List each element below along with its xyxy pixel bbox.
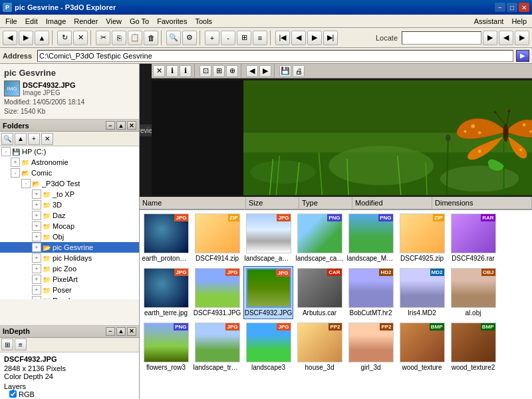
file-item[interactable]: JPGlandscape_trees <box>192 321 242 374</box>
preview-info-btn[interactable]: ℹ <box>166 65 178 77</box>
tree-expander[interactable]: + <box>32 232 41 241</box>
toolbar-forward[interactable]: ▶ <box>19 31 33 45</box>
col-header-dimensions[interactable]: Dimensions <box>432 197 532 209</box>
file-grid[interactable]: JPGearth_protonaurora_image_big.jpegZIPD… <box>140 210 532 399</box>
preview-prev-btn[interactable]: ◀ <box>246 65 258 77</box>
tree-expander[interactable]: + <box>32 190 41 199</box>
locate-input[interactable] <box>402 31 481 45</box>
tree-item-3d[interactable]: + 📁 3D <box>0 200 139 210</box>
file-item[interactable]: JPGDSCF4932.JPG <box>243 266 293 319</box>
toolbar-nav4[interactable]: ▶| <box>323 31 338 45</box>
tree-item-obj[interactable]: + 📁 Obj <box>0 231 139 242</box>
preview-info2-btn[interactable]: ℹ <box>180 65 192 77</box>
toolbar-view1[interactable]: ⊞ <box>237 31 251 45</box>
locate-next[interactable]: ▶ <box>515 31 529 45</box>
preview-next-btn[interactable]: ▶ <box>259 65 271 77</box>
toolbar-nav3[interactable]: ▶ <box>307 31 322 45</box>
tree-item-pic-holidays[interactable]: + 📁 pic Holidays <box>0 253 139 263</box>
indepth-view-btn[interactable]: ⊞ <box>1 338 13 350</box>
file-item[interactable]: BMPwood_texture2 <box>448 321 498 374</box>
tree-expander[interactable]: + <box>32 243 41 252</box>
toolbar-refresh[interactable]: ↻ <box>57 31 72 45</box>
tree-item-toxp[interactable]: + 📁 _to XP <box>0 189 139 200</box>
toolbar-up[interactable]: ▲ <box>35 31 49 45</box>
preview-print-btn[interactable]: 🖨 <box>293 65 305 77</box>
toolbar-zoom-out[interactable]: - <box>221 31 235 45</box>
tree-item-renderware[interactable]: + 📁 Renderware <box>0 295 139 299</box>
folders-collapse-btn[interactable]: − <box>106 121 115 130</box>
indepth-close-btn[interactable]: ✕ <box>127 327 136 336</box>
toolbar-settings[interactable]: ⚙ <box>182 31 197 45</box>
tree-expander[interactable]: + <box>32 200 41 209</box>
file-item[interactable]: PNGlandscape_canary_la palma.png <box>295 211 344 265</box>
menu-file[interactable]: File <box>1 15 21 27</box>
col-header-type[interactable]: Type <box>299 197 352 209</box>
folders-expand-btn[interactable]: ▲ <box>116 121 126 130</box>
toolbar-nav2[interactable]: ◀ <box>291 31 306 45</box>
folder-tree[interactable]: - 💾 HP (C:) + 📁 Astronomie - 📂 Comic <box>0 146 139 299</box>
tree-expander[interactable]: + <box>32 275 41 284</box>
file-item[interactable]: BMPwood_texture <box>397 321 447 374</box>
preview-zoom-in-btn[interactable]: ⊕ <box>226 65 238 77</box>
indepth-list-btn[interactable]: ≡ <box>15 338 27 350</box>
tree-expander[interactable]: + <box>11 158 20 167</box>
folders-close-btn[interactable]: ✕ <box>127 121 136 130</box>
folder-up-btn[interactable]: ▲ <box>15 133 27 145</box>
folder-del-btn[interactable]: ✕ <box>41 133 53 145</box>
file-item[interactable]: PP2girl_3d <box>346 321 396 374</box>
file-item[interactable]: JPGearth_protonaurora_image_big.jpeg <box>141 211 191 265</box>
close-button[interactable]: ✕ <box>519 3 529 12</box>
menu-goto[interactable]: Go To <box>126 15 153 27</box>
tree-expander[interactable]: + <box>32 296 41 299</box>
toolbar-paste[interactable]: 📋 <box>128 31 142 45</box>
file-item[interactable]: JPGlandscape_antartic_Wandell.jpg <box>243 211 293 265</box>
toolbar-search[interactable]: 🔍 <box>166 31 181 45</box>
indepth-layer-checkbox[interactable] <box>9 390 17 398</box>
toolbar-stop[interactable]: ✕ <box>73 31 88 45</box>
col-header-modified[interactable]: Modified <box>352 197 432 209</box>
toolbar-back[interactable]: ◀ <box>3 31 17 45</box>
preview-fit-btn[interactable]: ⊡ <box>200 65 211 77</box>
toolbar-delete[interactable]: 🗑 <box>144 31 158 45</box>
menu-favorites[interactable]: Favorites <box>153 15 191 27</box>
preview-actual-btn[interactable]: ⊞ <box>213 65 225 77</box>
file-item[interactable]: PP2house_3d <box>295 321 344 374</box>
file-item[interactable]: OBJal.obj <box>448 266 498 319</box>
tree-expander[interactable]: - <box>11 168 20 178</box>
file-item[interactable]: JPGDSCF4931.JPG <box>192 266 242 319</box>
locate-prev[interactable]: ◀ <box>499 31 513 45</box>
toolbar-copy[interactable]: ⎘ <box>112 31 126 45</box>
tree-item-astronomie[interactable]: + 📁 Astronomie <box>0 157 139 168</box>
tree-item-pixelart[interactable]: + 📁 PixelArt <box>0 274 139 285</box>
file-item[interactable]: ZIPDSCF4914.zip <box>192 211 242 265</box>
col-header-name[interactable]: Name <box>140 197 246 209</box>
file-item[interactable]: JPGearth_terre.jpg <box>141 266 191 319</box>
tree-expander[interactable]: + <box>32 264 41 273</box>
indepth-expand-btn[interactable]: ▲ <box>116 327 126 336</box>
locate-go[interactable]: ▶ <box>483 31 497 45</box>
file-item[interactable]: MD2Iris4.MD2 <box>397 266 447 319</box>
tree-item-daz[interactable]: + 📁 Daz <box>0 210 139 221</box>
tree-expander[interactable]: + <box>32 285 41 295</box>
tree-item-pic-zoo[interactable]: + 📁 pic Zoo <box>0 263 139 274</box>
menu-help[interactable]: Help <box>507 15 531 27</box>
tree-item-comic[interactable]: - 📂 Comic <box>0 168 139 178</box>
tree-expander[interactable]: - <box>21 179 31 188</box>
tree-item-p3do[interactable]: - 📂 _P3dO Test <box>0 178 139 189</box>
file-item[interactable]: RARDSCF4926.rar <box>448 211 498 265</box>
tree-expander[interactable]: + <box>32 221 41 231</box>
file-item[interactable]: ZIPDSCF4925.zip <box>397 211 447 265</box>
menu-render[interactable]: Render <box>70 15 102 27</box>
tree-expander[interactable]: + <box>32 253 41 263</box>
file-item[interactable]: PNGlandscape_Moneron_Island.png <box>346 211 396 265</box>
preview-save-btn[interactable]: 💾 <box>279 65 291 77</box>
tree-item-poser[interactable]: + 📁 Poser <box>0 285 139 295</box>
col-header-size[interactable]: Size <box>246 197 299 209</box>
indepth-collapse-btn[interactable]: − <box>106 327 115 336</box>
minimize-button[interactable]: − <box>495 3 505 12</box>
maximize-button[interactable]: □ <box>507 3 517 12</box>
file-item[interactable]: HD2BobCutMT.hr2 <box>346 266 396 319</box>
tree-item-hpc[interactable]: - 💾 HP (C:) <box>0 146 139 157</box>
tree-expander[interactable]: + <box>32 211 41 220</box>
file-item[interactable]: CARArbutus.car <box>295 266 344 319</box>
